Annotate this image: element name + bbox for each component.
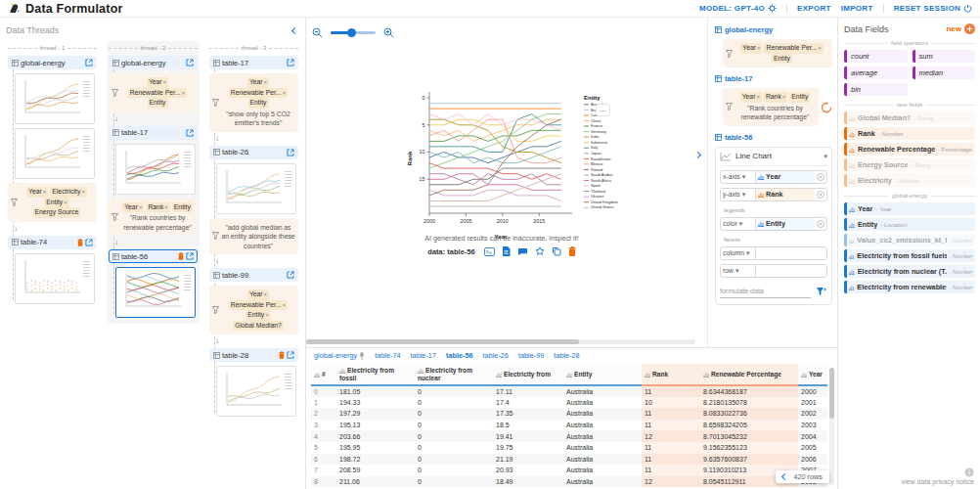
- concept-card[interactable]: Year×Electricity×Entity×Energy Source: [8, 183, 97, 222]
- chart-thumbnail[interactable]: [15, 73, 95, 124]
- field-chip[interactable]: Entity: [172, 202, 193, 213]
- data-field-item[interactable]: Electricity from renewables ...- Number: [844, 281, 975, 293]
- data-field-item[interactable]: Value_co2_emissions_kt_by...- Number: [844, 234, 975, 246]
- chart-thumbnail[interactable]: [15, 128, 95, 179]
- data-field-item[interactable]: Year- Year: [844, 202, 975, 215]
- field-chip[interactable]: Renewable Per...×: [764, 43, 823, 54]
- table-row[interactable]: 8211.06018.49Australia128.05451129112008: [311, 476, 827, 488]
- operator-chip-sum[interactable]: sum: [913, 50, 976, 63]
- data-field-item[interactable]: Electricity from fossil fuels (...- Numb…: [844, 249, 975, 262]
- table-row[interactable]: 4203.66019.41Australia128.70130452322004: [311, 430, 827, 442]
- chart-type-select[interactable]: Line Chart ▾: [720, 152, 827, 166]
- field-chip[interactable]: Renewable Per...×: [229, 300, 288, 311]
- data-field-item[interactable]: Entity- Location: [844, 218, 975, 231]
- remove-chip-icon[interactable]: ×: [139, 204, 143, 210]
- comment-button[interactable]: [517, 247, 528, 256]
- data-field-item[interactable]: Electricity- Number: [844, 174, 975, 187]
- zoom-out-icon[interactable]: [312, 27, 323, 38]
- field-chip[interactable]: Entity: [248, 98, 269, 109]
- field-chip[interactable]: Entity: [148, 98, 168, 109]
- table-row[interactable]: 1194.33017.4Australia108.21801350782001: [311, 397, 827, 409]
- data-field-item[interactable]: Global Median?- String: [844, 111, 975, 124]
- reset-session-button[interactable]: RESET SESSION: [894, 4, 972, 13]
- zoom-slider[interactable]: [331, 31, 376, 34]
- model-selector[interactable]: MODEL: GPT-4O: [699, 4, 777, 13]
- remove-chip-icon[interactable]: ×: [264, 79, 268, 85]
- chart-thumbnail[interactable]: [15, 253, 95, 304]
- field-chip[interactable]: Year×: [147, 77, 168, 88]
- delete-table-icon[interactable]: [178, 252, 184, 260]
- concept-card[interactable]: Year×Renewable Per...×Entity×Global Medi…: [209, 286, 298, 334]
- favorite-star-button[interactable]: [535, 246, 545, 256]
- export-table-icon[interactable]: [287, 59, 294, 67]
- series-Spain[interactable]: [429, 114, 561, 131]
- row-count-chip[interactable]: 420 rows: [776, 470, 829, 483]
- remove-chip-icon[interactable]: ×: [81, 189, 85, 195]
- chevron-left-icon[interactable]: [781, 473, 788, 480]
- operator-chip-average[interactable]: average: [844, 67, 908, 79]
- series-United-States[interactable]: [429, 174, 561, 201]
- delete-table-icon[interactable]: [279, 351, 285, 359]
- new-field-label[interactable]: new: [946, 24, 961, 33]
- series-Ukraine[interactable]: [429, 190, 561, 200]
- table-tab-global-energy[interactable]: global-energy: [314, 351, 365, 360]
- table-scrollbar-thumb[interactable]: [829, 368, 834, 419]
- thread-table-card[interactable]: global-energy: [8, 56, 97, 69]
- column-header[interactable]: Rank: [642, 364, 700, 385]
- field-chip[interactable]: Year×: [247, 289, 269, 300]
- builder-table-link[interactable]: table-56: [715, 133, 832, 142]
- remove-chip-icon[interactable]: ×: [756, 94, 760, 100]
- collapse-threads-icon[interactable]: [291, 26, 298, 33]
- remove-chip-icon[interactable]: ×: [283, 90, 287, 96]
- remove-chip-icon[interactable]: ×: [43, 189, 47, 195]
- encoding-channel-select[interactable]: x-axis▾: [721, 171, 756, 183]
- export-table-icon[interactable]: [287, 351, 294, 359]
- concept-card[interactable]: Year×Rank×Entity"Rank countries by renew…: [109, 199, 198, 237]
- thread-table-card[interactable]: table-99: [209, 268, 298, 282]
- column-header[interactable]: Electricity from fossil: [336, 364, 415, 385]
- duplicate-button[interactable]: [552, 246, 561, 256]
- series-Mexico[interactable]: [429, 119, 561, 162]
- export-table-icon[interactable]: [85, 239, 93, 246]
- builder-table-link[interactable]: table-17: [715, 74, 832, 83]
- delete-chart-button[interactable]: [568, 246, 576, 256]
- concept-card[interactable]: Year×Renewable Per...×Entity: [109, 73, 198, 112]
- operator-chip-median[interactable]: median: [913, 67, 976, 79]
- table-tab-table-74[interactable]: table-74: [375, 351, 400, 360]
- operator-chip-bin[interactable]: bin: [844, 83, 908, 96]
- export-table-icon[interactable]: [287, 271, 294, 279]
- field-chip[interactable]: Year×: [247, 77, 269, 88]
- series-France[interactable]: [429, 130, 561, 141]
- encoding-channel-select[interactable]: row▾: [721, 265, 756, 277]
- builder-concept-card[interactable]: Year×Renewable Per...×Entity: [723, 39, 832, 67]
- remove-field-icon[interactable]: [817, 220, 824, 228]
- remove-chip-icon[interactable]: ×: [182, 90, 186, 96]
- add-field-icon[interactable]: [964, 23, 975, 34]
- data-field-item[interactable]: Rank- Number: [844, 127, 975, 140]
- remove-field-icon[interactable]: [817, 173, 824, 181]
- zoom-slider-thumb[interactable]: [347, 28, 356, 37]
- field-chip[interactable]: Rank×: [764, 92, 787, 103]
- field-chip[interactable]: Renewable Per...×: [128, 88, 187, 99]
- field-chip[interactable]: Entity: [772, 54, 792, 65]
- thread-table-card[interactable]: table-74: [8, 236, 97, 249]
- table-row[interactable]: 2197.29017.35Australia118.08330227362002: [311, 408, 827, 420]
- field-chip[interactable]: Entity×: [245, 310, 271, 321]
- pin-icon[interactable]: [359, 352, 365, 360]
- field-chip[interactable]: Entity: [789, 92, 810, 103]
- table-row[interactable]: 3195.13018.5Australia118.65983242052003: [311, 420, 827, 431]
- field-chip[interactable]: Year×: [740, 43, 762, 54]
- field-chip[interactable]: Renewable Per...×: [229, 88, 288, 99]
- formulate-icon[interactable]: [815, 286, 827, 298]
- chart-thumbnail[interactable]: [115, 144, 196, 195]
- carousel-scrollbar[interactable]: [306, 339, 695, 344]
- view-data-button[interactable]: [502, 246, 511, 256]
- field-chip[interactable]: Year×: [740, 92, 762, 103]
- remove-chip-icon[interactable]: ×: [818, 45, 822, 51]
- thread-table-card[interactable]: global-energy: [109, 56, 198, 69]
- column-header[interactable]: Year: [798, 364, 827, 385]
- chart-thumbnail[interactable]: [115, 267, 196, 318]
- thread-table-card[interactable]: table-26: [209, 146, 298, 159]
- view-code-button[interactable]: [484, 247, 495, 256]
- series-India[interactable]: [429, 119, 561, 162]
